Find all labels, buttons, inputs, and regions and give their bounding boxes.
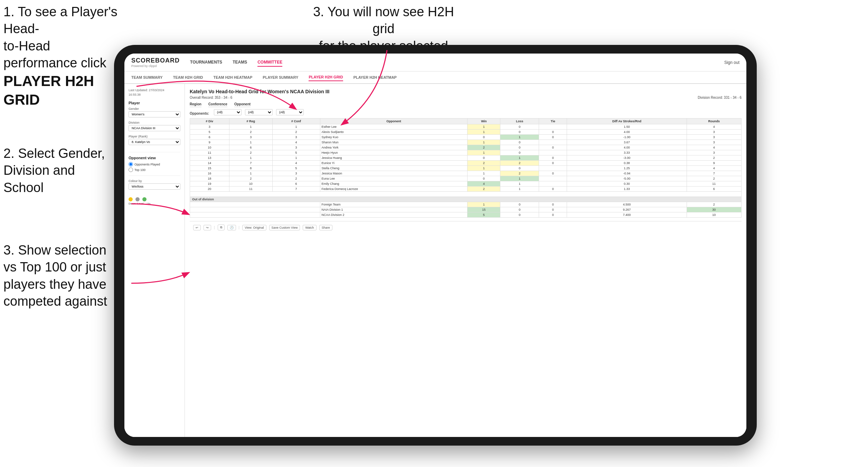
col-div: # Div: [190, 118, 229, 124]
sub-nav-player-summary[interactable]: PLAYER SUMMARY: [263, 74, 298, 81]
legend-level: Level: [137, 202, 144, 205]
colour-legend: Down Level Up: [129, 197, 180, 205]
out-of-division-row: NCAA Division 2 500 7.40010: [190, 212, 742, 218]
col-conf: # Conf: [272, 118, 320, 124]
record-row: Overall Record: 353 - 34 - 6 Division Re…: [190, 96, 742, 99]
opponent-view-label: Opponent view: [129, 156, 180, 160]
redo-btn[interactable]: ↪: [204, 225, 211, 230]
last-updated: Last Updated: 27/03/202416:55:38: [129, 88, 180, 97]
region-filter: (All): [214, 109, 242, 115]
instruction-line1: 1. To see a Player's Head-: [3, 4, 117, 36]
opponent-filter: (All): [276, 109, 304, 115]
sub-nav-player-heatmap[interactable]: PLAYER H2H HEATMAP: [353, 74, 397, 81]
overall-record: Overall Record: 353 - 34 - 6: [190, 96, 232, 99]
main-data-table: # Div # Reg # Conf Opponent Win Loss Tie…: [190, 118, 742, 218]
tablet-shell: SCOREBOARD Powered by clippd TOURNAMENTS…: [114, 45, 757, 446]
table-row: 311 Esther Lee 10 1.504: [190, 124, 742, 130]
watch-btn[interactable]: Watch: [303, 225, 316, 230]
opponents-filter-row: Opponents: (All) (All) (All): [190, 109, 742, 115]
table-row: 1311 Jessica Huang 010 -3.002: [190, 155, 742, 161]
nav-committee[interactable]: COMMITTEE: [257, 58, 282, 67]
gender-label: Gender: [129, 107, 180, 111]
col-opponent: Opponent: [320, 118, 468, 124]
col-win: Win: [468, 118, 500, 124]
data-area: Katelyn Vo Head-to-Head Grid for Women's…: [185, 84, 746, 437]
sidebar: Last Updated: 27/03/202416:55:38 Player …: [124, 84, 185, 437]
main-content: Last Updated: 27/03/202416:55:38 Player …: [124, 84, 746, 437]
division-select[interactable]: NCAA Division III: [129, 125, 180, 131]
legend-down: Down: [129, 202, 135, 205]
colour-by-label: Colour by: [129, 179, 180, 183]
col-diff: Diff Av Strokes/Rnd: [567, 118, 687, 124]
empty-row: [190, 192, 742, 197]
instruction-bottom-left: 3. Show selectionvs Top 100 or justplaye…: [3, 242, 121, 310]
legend-up: Up: [145, 202, 152, 205]
out-of-division-header: Out of division: [190, 197, 742, 202]
logo-area: SCOREBOARD Powered by clippd: [131, 57, 180, 68]
nav-tournaments[interactable]: TOURNAMENTS: [190, 58, 222, 67]
separator-1: |: [214, 226, 215, 229]
dot-yellow: [129, 197, 133, 201]
table-row: 914 Sharon Mun 10 3.673: [190, 140, 742, 145]
tablet-screen: SCOREBOARD Powered by clippd TOURNAMENTS…: [124, 54, 746, 437]
player-rank-label: Player (Rank): [129, 135, 180, 138]
table-row: 1125 Heejo Hyun 10 3.333: [190, 150, 742, 155]
opponents-label: Opponents:: [190, 112, 209, 115]
division-label: Division: [129, 121, 180, 124]
conference-select[interactable]: (All): [245, 109, 273, 115]
sub-nav-team-heatmap[interactable]: TEAM H2H HEATMAP: [213, 74, 252, 81]
out-of-division-row: Foreign Team 100 4.5002: [190, 202, 742, 207]
conference-filter: (All): [245, 109, 273, 115]
table-row: 1822 Euna Lee 01 -5.002: [190, 176, 742, 181]
dot-gray: [135, 197, 140, 201]
nav-teams[interactable]: TEAMS: [233, 58, 247, 67]
view-original-btn[interactable]: View: Original: [242, 225, 266, 230]
division-record: Division Record: 331 - 34 - 6: [698, 96, 742, 99]
instruction-top-left: 1. To see a Player's Head- to-Head perfo…: [3, 3, 121, 109]
col-rounds: Rounds: [687, 118, 741, 124]
gender-select[interactable]: Women's: [129, 111, 180, 117]
player-rank-select[interactable]: 8. Katelyn Vo: [129, 139, 180, 145]
out-of-division-row: NAIA Division 1 1500 9.26730: [190, 207, 742, 212]
nav-items: TOURNAMENTS TEAMS COMMITTEE: [190, 58, 724, 67]
opponent-radio-group: Opponents Played Top 100: [129, 162, 180, 172]
table-row: 20117 Federica Domecq Lacroze 210 1.336: [190, 187, 742, 192]
table-row: 1613 Jessica Mason 120 -0.947: [190, 171, 742, 176]
sub-nav-team-summary[interactable]: TEAM SUMMARY: [131, 74, 163, 81]
clock-btn[interactable]: 🕐: [227, 225, 236, 230]
undo-btn[interactable]: ↩: [193, 225, 201, 230]
radio-opponents-played[interactable]: Opponents Played: [129, 162, 180, 166]
instruction-bold: PLAYER H2H GRID: [3, 73, 94, 108]
sub-nav-team-h2h[interactable]: TEAM H2H GRID: [173, 74, 203, 81]
share-btn[interactable]: Share: [319, 225, 332, 230]
table-row: 1585 Stella Cheng 10 1.254: [190, 166, 742, 171]
logo-text: SCOREBOARD: [131, 57, 180, 64]
col-reg: # Reg: [229, 118, 272, 124]
nav-bar: SCOREBOARD Powered by clippd TOURNAMENTS…: [124, 54, 746, 72]
opponent-section-label: Opponent: [234, 102, 251, 107]
opponent-select[interactable]: (All): [276, 109, 304, 115]
col-loss: Loss: [500, 118, 539, 124]
toolbar: ↩ ↪ | ⧉ 🕐 | View: Original Save Custom V…: [190, 221, 742, 234]
sign-out-link[interactable]: Sign out: [724, 60, 739, 65]
separator-2: |: [239, 226, 240, 229]
radio-top-100[interactable]: Top 100: [129, 168, 180, 172]
conference-section-label: Conference: [208, 102, 227, 107]
table-row: 1063 Andrea York 200 4.004: [190, 145, 742, 150]
col-tie: Tie: [539, 118, 567, 124]
region-select[interactable]: (All): [214, 109, 242, 115]
grid-title: Katelyn Vo Head-to-Head Grid for Women's…: [190, 89, 742, 94]
copy-btn[interactable]: ⧉: [218, 225, 225, 230]
table-row: 522 Alexis Sudjianto 100 4.003: [190, 130, 742, 135]
save-custom-btn[interactable]: Save Custom View: [269, 225, 300, 230]
colour-by-select[interactable]: Win/loss: [129, 183, 180, 190]
instruction-middle-left: 2. Select Gender,Division andSchool: [3, 145, 121, 196]
table-row: 633 Sydney Kuo 010 -1.003: [190, 135, 742, 140]
sub-nav: TEAM SUMMARY TEAM H2H GRID TEAM H2H HEAT…: [124, 72, 746, 84]
dot-green: [142, 197, 147, 201]
sub-nav-player-h2h[interactable]: PLAYER H2H GRID: [309, 74, 343, 81]
instruction-line2: to-Head performance click: [3, 39, 106, 70]
filter-row: Region Conference Opponent: [190, 102, 742, 108]
region-section-label: Region: [190, 102, 201, 107]
player-section-title: Player: [129, 101, 180, 105]
